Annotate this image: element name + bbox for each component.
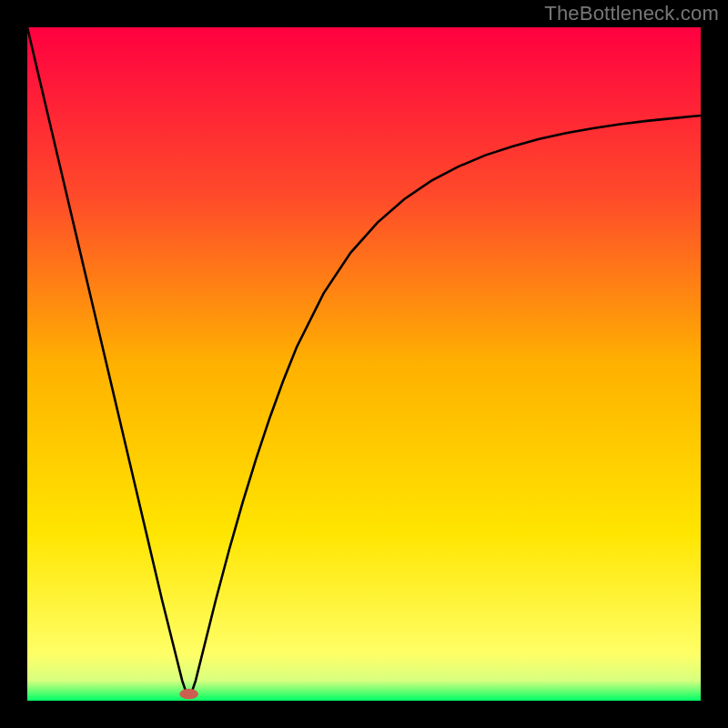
optimal-marker: [179, 689, 198, 700]
bottleneck-plot: [27, 27, 701, 701]
chart-frame: TheBottleneck.com: [0, 0, 728, 728]
watermark-text: TheBottleneck.com: [544, 2, 719, 25]
